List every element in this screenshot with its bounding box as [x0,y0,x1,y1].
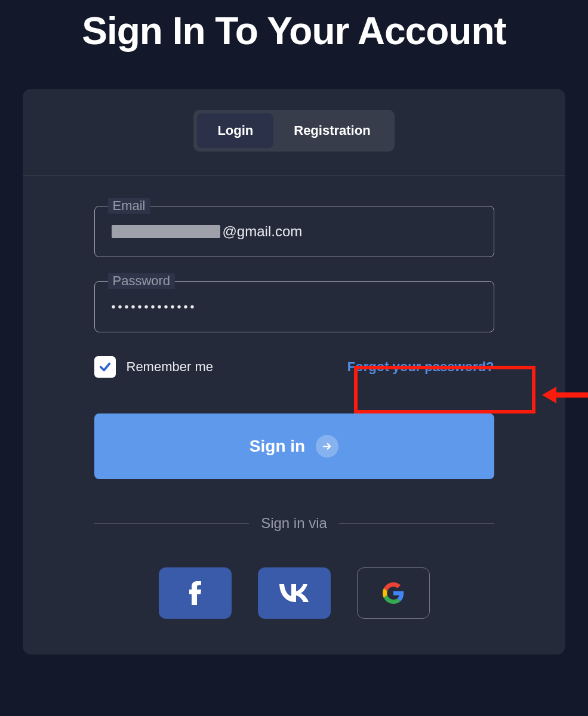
svg-marker-1 [542,387,556,403]
google-icon [383,582,404,604]
vk-login-button[interactable] [258,567,331,619]
signin-button-label: Sign in [250,437,305,456]
password-field[interactable]: Password ••••••••••••• [94,281,494,332]
signin-via-divider: Sign in via [94,515,494,532]
vk-icon [279,584,310,602]
remember-forgot-row: Remember me Forgot your password? [94,356,494,378]
facebook-icon [189,581,201,605]
remember-me-wrap: Remember me [94,356,213,378]
facebook-login-button[interactable] [159,567,232,619]
annotation-arrow-icon [542,384,588,406]
google-login-button[interactable] [357,567,430,619]
divider-line-right [339,523,494,524]
social-buttons-row [94,567,494,619]
tabs-container: Login Registration [23,89,565,176]
login-form: Email @gmail.com Password ••••••••••••• … [94,206,494,619]
password-label: Password [108,273,176,289]
tab-login[interactable]: Login [197,113,273,148]
email-field[interactable]: Email @gmail.com [94,206,494,257]
password-value-masked: ••••••••••••• [112,300,197,314]
remember-me-checkbox[interactable] [94,356,116,378]
arrow-right-icon [322,441,333,452]
tab-registration[interactable]: Registration [273,113,390,148]
forgot-password-link[interactable]: Forgot your password? [347,359,494,375]
redacted-text [112,225,220,238]
remember-me-label: Remember me [127,359,213,375]
email-label: Email [108,198,150,214]
email-suffix: @gmail.com [223,223,303,240]
email-value: @gmail.com [112,223,303,240]
check-icon [98,360,112,374]
arrow-right-circle-icon [316,435,338,458]
signin-card: Login Registration Email @gmail.com Pass… [23,89,565,655]
divider-line-left [94,523,250,524]
signin-button[interactable]: Sign in [94,413,494,479]
signin-via-label: Sign in via [261,515,327,532]
page-title: Sign In To Your Account [0,9,588,53]
tabs: Login Registration [193,110,394,152]
